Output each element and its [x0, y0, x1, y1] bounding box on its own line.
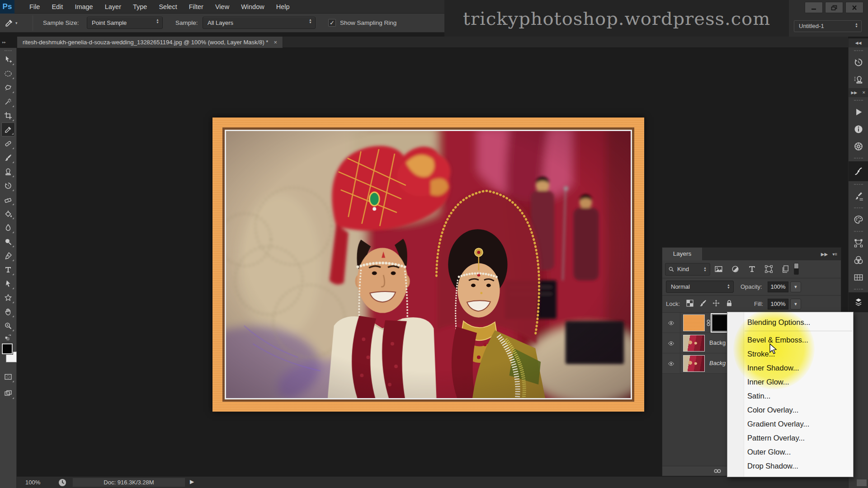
lock-position-icon[interactable] — [712, 299, 720, 309]
menu-item-pattern-overlay[interactable]: Pattern Overlay... — [727, 431, 853, 445]
toolbar-grip[interactable] — [5, 50, 12, 51]
smart-object-filter-icon[interactable] — [780, 263, 791, 274]
panel-menu-icon[interactable]: ▾≡ — [832, 252, 837, 257]
restore-button[interactable] — [825, 2, 843, 13]
paths-panel-icon[interactable] — [849, 235, 868, 252]
eyedropper-tool-icon[interactable] — [1, 122, 15, 136]
sample-dropdown[interactable]: All Layers ▲▼ — [203, 17, 316, 29]
menu-type[interactable]: Type — [127, 0, 153, 14]
menu-filter[interactable]: Filter — [183, 0, 209, 14]
image-filter-icon[interactable] — [713, 263, 724, 274]
brush-tool-icon[interactable] — [1, 150, 15, 164]
menu-item-gradient-overlay[interactable]: Gradient Overlay... — [727, 417, 853, 431]
filter-toggle-icon[interactable] — [794, 263, 799, 275]
minimize-button[interactable] — [805, 2, 823, 13]
menu-edit[interactable]: Edit — [46, 0, 69, 14]
dock-grip[interactable] — [854, 100, 863, 101]
lock-paint-icon[interactable] — [699, 299, 707, 309]
healing-brush-tool-icon[interactable] — [1, 136, 15, 150]
collapse-panels-icon[interactable]: ▶▶ — [821, 252, 828, 257]
menu-image[interactable]: Image — [69, 0, 99, 14]
dock-grip[interactable] — [854, 289, 863, 290]
crop-tool-icon[interactable] — [1, 108, 15, 122]
adjustments-panel-icon[interactable] — [849, 161, 868, 181]
history-brush-tool-icon[interactable] — [1, 178, 15, 192]
dodge-tool-icon[interactable] — [1, 235, 15, 249]
toolbar-collapse-icon[interactable]: ▸▸ — [0, 37, 17, 48]
opacity-value[interactable]: 100% — [768, 282, 788, 292]
layer-visibility-toggle[interactable] — [662, 353, 680, 374]
clone-source-panel-icon[interactable] — [849, 71, 868, 88]
menu-item-bevel-emboss[interactable]: Bevel & Emboss... — [727, 333, 853, 347]
color-panel-icon[interactable] — [849, 252, 868, 269]
document-canvas[interactable] — [212, 117, 644, 412]
dock-grip[interactable] — [854, 231, 863, 232]
swap-colors-icon[interactable] — [1, 333, 15, 342]
link-layers-icon[interactable] — [713, 468, 722, 476]
path-selection-tool-icon[interactable] — [1, 277, 15, 291]
brush-presets-panel-icon[interactable] — [849, 188, 868, 205]
clone-stamp-tool-icon[interactable] — [1, 164, 15, 178]
zoom-level-field[interactable]: 100% — [25, 479, 40, 486]
menu-item-stroke[interactable]: Stroke... — [727, 347, 853, 361]
layers-tab[interactable]: Layers — [662, 248, 702, 260]
sample-size-dropdown[interactable]: Point Sample ▲▼ — [87, 17, 163, 29]
fill-dropdown-icon[interactable]: ▼ — [790, 299, 801, 310]
layer-thumbnail[interactable] — [683, 355, 705, 372]
expand-dock-icon[interactable]: ◀◀ — [849, 38, 868, 47]
swatches-panel-icon[interactable] — [849, 269, 868, 286]
menu-item-drop-shadow[interactable]: Drop Shadow... — [727, 459, 853, 473]
tab-close-icon[interactable]: × — [274, 37, 277, 48]
marquee-tool-icon[interactable] — [1, 66, 15, 80]
info-panel-icon[interactable] — [849, 121, 868, 138]
menu-item-satin[interactable]: Satin... — [727, 389, 853, 403]
filter-kind-dropdown[interactable]: Kind ▲▼ — [665, 263, 710, 276]
screen-mode-icon[interactable] — [1, 386, 15, 400]
custom-shape-tool-icon[interactable] — [1, 291, 15, 305]
opacity-dropdown-icon[interactable]: ▼ — [790, 282, 801, 292]
dock-grip[interactable] — [854, 158, 863, 159]
actions-panel-icon[interactable] — [849, 103, 868, 121]
menu-view[interactable]: View — [209, 0, 235, 14]
hand-tool-icon[interactable] — [1, 305, 15, 319]
menu-item-outer-glow[interactable]: Outer Glow... — [727, 445, 853, 459]
menu-item-inner-shadow[interactable]: Inner Shadow... — [727, 361, 853, 375]
shape-filter-icon[interactable] — [763, 263, 774, 274]
close-button[interactable] — [845, 2, 863, 13]
menu-window[interactable]: Window — [235, 0, 270, 14]
dock-grip[interactable] — [854, 184, 863, 185]
zoom-tool-icon[interactable] — [1, 319, 15, 333]
layer-thumbnail[interactable] — [683, 335, 705, 352]
magic-wand-tool-icon[interactable] — [1, 94, 15, 108]
menu-file[interactable]: File — [24, 0, 46, 14]
doc-size-field[interactable]: Doc: 916.3K/3.28M — [72, 478, 185, 487]
dock-grip[interactable] — [854, 50, 863, 51]
menu-layer[interactable]: Layer — [99, 0, 127, 14]
eraser-tool-icon[interactable] — [1, 192, 15, 206]
status-expand-icon[interactable]: ▶ — [190, 479, 194, 485]
window-resize-grip[interactable] — [856, 479, 867, 487]
menu-item-inner-glow[interactable]: Inner Glow... — [727, 375, 853, 389]
paint-bucket-tool-icon[interactable] — [1, 206, 15, 221]
styles-panel-icon[interactable] — [849, 292, 868, 312]
blur-tool-icon[interactable] — [1, 221, 15, 235]
adjustment-filter-icon[interactable] — [730, 263, 741, 274]
show-sampling-ring-checkbox[interactable]: ✓ — [328, 19, 336, 27]
move-tool-icon[interactable] — [1, 52, 15, 66]
menu-select[interactable]: Select — [153, 0, 183, 14]
lock-all-icon[interactable] — [725, 299, 733, 309]
panel-group-header[interactable]: ▶▶✕ — [849, 88, 868, 97]
active-tool-button[interactable]: ▾ — [5, 16, 28, 30]
menu-item-color-overlay[interactable]: Color Overlay... — [727, 403, 853, 417]
navigator-panel-icon[interactable] — [849, 138, 868, 155]
dock-grip[interactable] — [854, 207, 863, 208]
quick-mask-icon[interactable] — [1, 370, 15, 384]
document-selector-dropdown[interactable]: Untitled-1 ▲▼ — [794, 20, 862, 32]
foreground-color-swatch[interactable] — [2, 343, 13, 354]
layer-thumbnail[interactable] — [683, 314, 705, 331]
layer-visibility-toggle[interactable] — [662, 313, 680, 333]
history-panel-icon[interactable] — [849, 54, 868, 71]
lock-transparency-icon[interactable] — [686, 299, 694, 309]
pen-tool-icon[interactable] — [1, 249, 15, 263]
menu-help[interactable]: Help — [270, 0, 296, 14]
